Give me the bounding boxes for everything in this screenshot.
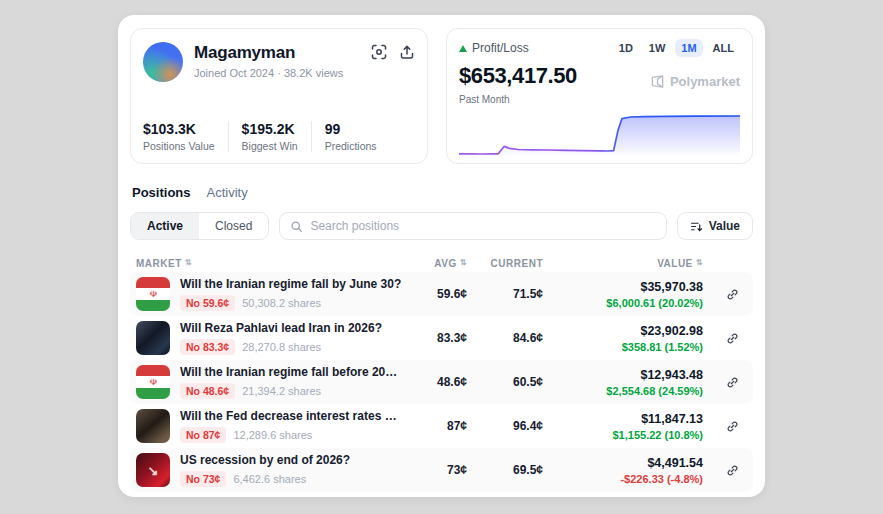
- table-row[interactable]: ↘ US recession by end of 2026? No 73¢ 6,…: [130, 448, 753, 492]
- positions-table-header: MARKET ⇅ AVG ⇅ CURRENT VALUE ⇅: [130, 254, 753, 272]
- link-icon[interactable]: [715, 376, 749, 389]
- profile-names: Magamyman Joined Oct 2024 · 38.2K views: [194, 42, 343, 79]
- header-avg[interactable]: AVG ⇅: [415, 258, 467, 269]
- sort-value-icon: [690, 220, 703, 233]
- iran-emblem-icon: ☫: [136, 288, 170, 300]
- profile-name: Magamyman: [194, 43, 343, 63]
- market-title[interactable]: Will Reza Pahlavi lead Iran in 2026?: [180, 321, 382, 335]
- market-icon-iran-flag: ☫: [136, 277, 170, 311]
- outcome-badge: No 73¢: [180, 471, 226, 487]
- market-title[interactable]: Will the Fed decrease interest rates by …: [180, 409, 403, 423]
- toggle-active[interactable]: Active: [131, 213, 199, 239]
- pnl-amount: $653,417.50: [459, 63, 577, 89]
- shares-label: 28,270.8 shares: [242, 341, 321, 353]
- avg-price: 73¢: [415, 463, 467, 477]
- pnl-card: Profit/Loss 1D 1W 1M ALL $653,417.50 Pol…: [446, 28, 753, 164]
- polymarket-brand: Polymarket: [650, 74, 740, 89]
- pnl-label: Profit/Loss: [459, 41, 529, 55]
- outcome-badge: No 87¢: [180, 427, 226, 443]
- profile-card: Magamyman Joined Oct 2024 · 38.2K views: [130, 28, 428, 164]
- polymarket-logo-icon: [650, 74, 665, 89]
- sort-column-icon: ⇅: [185, 259, 192, 267]
- iran-emblem-icon: ☫: [136, 376, 170, 388]
- pnl-sparkline: [459, 112, 740, 157]
- shares-label: 6,462.6 shares: [233, 473, 306, 485]
- market-title[interactable]: Will the Iranian regime fall by June 30?: [180, 277, 401, 291]
- range-all[interactable]: ALL: [707, 39, 740, 57]
- search-input[interactable]: [310, 219, 655, 233]
- table-row[interactable]: ☫ Will the Iranian regime fall by June 3…: [130, 272, 753, 316]
- link-icon[interactable]: [715, 332, 749, 345]
- tab-positions[interactable]: Positions: [132, 185, 191, 200]
- search-positions-box: [279, 212, 666, 240]
- stat-predictions: 99 Predictions: [311, 121, 390, 152]
- table-row[interactable]: ☫ Will the Iranian regime fall before 20…: [130, 360, 753, 404]
- sort-column-icon: ⇅: [460, 259, 467, 267]
- outcome-badge: No 83.3¢: [180, 339, 235, 355]
- sort-value-button[interactable]: Value: [677, 212, 753, 240]
- avatar: [143, 42, 183, 82]
- positions-table-body: ☫ Will the Iranian regime fall by June 3…: [130, 272, 753, 492]
- current-price: 69.5¢: [479, 463, 543, 477]
- stat-positions-value: $103.3K Positions Value: [143, 121, 228, 152]
- tab-activity[interactable]: Activity: [207, 185, 248, 200]
- time-range-selector: 1D 1W 1M ALL: [613, 39, 740, 57]
- scan-icon[interactable]: [371, 44, 387, 60]
- position-change: $2,554.68 (24.59%): [555, 385, 703, 397]
- link-icon[interactable]: [715, 420, 749, 433]
- avg-price: 83.3¢: [415, 331, 467, 345]
- market-title[interactable]: US recession by end of 2026?: [180, 453, 350, 467]
- shares-label: 21,394.2 shares: [242, 385, 321, 397]
- current-price: 96.4¢: [479, 419, 543, 433]
- market-icon-iran-flag: ☫: [136, 365, 170, 399]
- outcome-badge: No 48.6¢: [180, 383, 235, 399]
- avg-price: 48.6¢: [415, 375, 467, 389]
- toggle-closed[interactable]: Closed: [199, 213, 268, 239]
- avg-price: 59.6¢: [415, 287, 467, 301]
- shares-label: 50,308.2 shares: [242, 297, 321, 309]
- section-tabs: Positions Activity: [132, 185, 753, 200]
- stat-biggest-win: $195.2K Biggest Win: [228, 121, 311, 152]
- pnl-chart: [459, 112, 740, 161]
- header-market[interactable]: MARKET ⇅: [136, 258, 403, 269]
- table-row[interactable]: Will the Fed decrease interest rates by …: [130, 404, 753, 448]
- current-price: 60.5¢: [479, 375, 543, 389]
- table-row[interactable]: Will Reza Pahlavi lead Iran in 2026? No …: [130, 316, 753, 360]
- market-icon-recession-graphic: ↘: [136, 453, 170, 487]
- share-icon[interactable]: [399, 44, 415, 60]
- market-icon-powell-photo: [136, 409, 170, 443]
- top-cards-row: Magamyman Joined Oct 2024 · 38.2K views: [130, 28, 753, 164]
- position-value: $11,847.13: [555, 412, 703, 426]
- profile-actions: [371, 44, 415, 60]
- header-value[interactable]: VALUE ⇅: [555, 258, 703, 269]
- link-icon[interactable]: [715, 464, 749, 477]
- pnl-period: Past Month: [459, 94, 740, 105]
- outcome-badge: No 59.6¢: [180, 295, 235, 311]
- range-1w[interactable]: 1W: [643, 39, 672, 57]
- search-icon: [290, 220, 303, 233]
- market-title[interactable]: Will the Iranian regime fall before 2027…: [180, 365, 403, 379]
- shares-label: 12,289.6 shares: [233, 429, 312, 441]
- recession-arrow-icon: ↘: [148, 463, 159, 478]
- range-1m[interactable]: 1M: [675, 39, 702, 57]
- position-value: $23,902.98: [555, 324, 703, 338]
- avg-price: 87¢: [415, 419, 467, 433]
- sort-column-icon: ⇅: [696, 259, 703, 267]
- position-change: $6,000.61 (20.02%): [555, 297, 703, 309]
- position-value: $35,970.38: [555, 280, 703, 294]
- link-icon[interactable]: [715, 288, 749, 301]
- header-current[interactable]: CURRENT: [479, 258, 543, 269]
- status-toggle: Active Closed: [130, 212, 269, 240]
- position-change: $358.81 (1.52%): [555, 341, 703, 353]
- position-value: $4,491.54: [555, 456, 703, 470]
- position-value: $12,943.48: [555, 368, 703, 382]
- filter-row: Active Closed Value: [130, 212, 753, 240]
- current-price: 71.5¢: [479, 287, 543, 301]
- market-icon-pahlavi-photo: [136, 321, 170, 355]
- position-change: $1,155.22 (10.8%): [555, 429, 703, 441]
- profit-arrow-icon: [459, 45, 467, 52]
- profile-stats: $103.3K Positions Value $195.2K Biggest …: [143, 121, 415, 152]
- range-1d[interactable]: 1D: [613, 39, 639, 57]
- current-price: 84.6¢: [479, 331, 543, 345]
- position-change: -$226.33 (-4.8%): [555, 473, 703, 485]
